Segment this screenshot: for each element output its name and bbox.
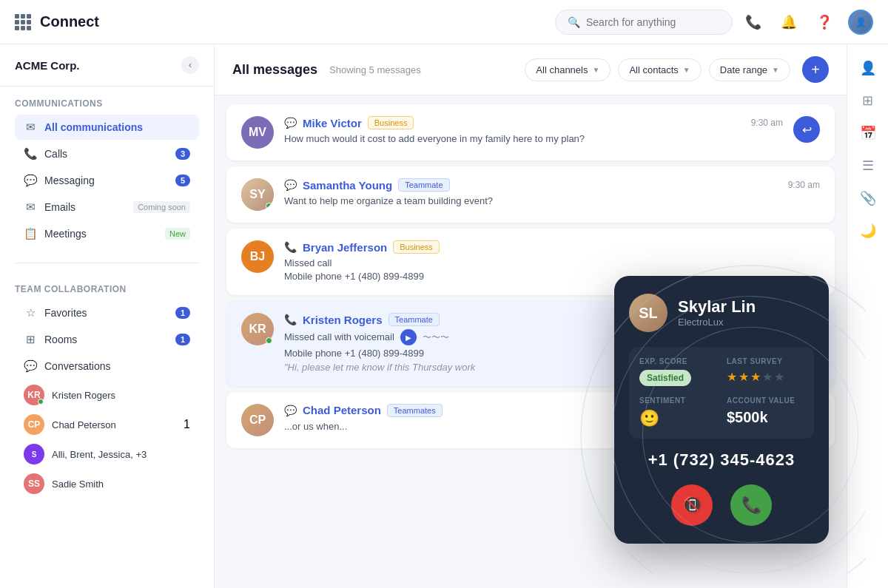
calls-icon: 📞 — [24, 147, 37, 160]
sender-name: Kristen Rogers — [303, 314, 383, 326]
favorites-badge: 1 — [175, 307, 190, 319]
contact-group[interactable]: S Alli, Brent, Jessica, +3 — [15, 439, 199, 469]
center-header: All messages Showing 5 messages All chan… — [215, 44, 847, 95]
communications-title: Communications — [15, 98, 199, 109]
sentiment-stat: SENTIMENT 🙂 — [639, 396, 716, 428]
contact-avatar: SS — [24, 473, 44, 494]
calendar-icon[interactable]: 📅 — [853, 118, 883, 148]
calls-badge: 3 — [175, 148, 190, 160]
reply-button[interactable]: ↩ — [793, 116, 820, 143]
sidebar-item-conversations[interactable]: 💬 Conversations — [15, 354, 199, 379]
contact-sadie-smith[interactable]: SS Sadie Smith — [15, 469, 199, 499]
center-title: All messages — [232, 62, 317, 78]
message-text: How much would it cost to add everyone i… — [284, 132, 783, 146]
message-item-samantha-young[interactable]: SY 💬 Samantha Young Teammate 9:30 am Wan… — [226, 166, 835, 223]
sidebar-item-calls[interactable]: 📞 Calls 3 — [15, 141, 199, 166]
sender-name: Chad Peterson — [303, 404, 381, 416]
chevron-down-icon: ▼ — [592, 66, 599, 74]
messaging-icon: 💬 — [24, 174, 37, 187]
sidebar-item-favorites[interactable]: ☆ Favorites 1 — [15, 300, 199, 325]
message-text: Missed call with voicemail — [284, 331, 394, 344]
sidebar-item-label: Messaging — [44, 175, 168, 186]
call-icon: 📞 — [284, 314, 297, 325]
call-icon: 📞 — [284, 241, 297, 253]
contact-kristen-rogers[interactable]: KR Kristen Rogers — [15, 380, 199, 410]
voicemail-play-button[interactable]: ▶ — [400, 329, 417, 345]
all-channels-filter[interactable]: All channels ▼ — [525, 58, 610, 81]
account-value-stat: ACCOUNT VALUE $500k — [727, 396, 804, 428]
date-range-filter[interactable]: Date range ▼ — [709, 58, 790, 81]
sidebar-item-meetings[interactable]: 📋 Meetings New — [15, 221, 199, 246]
account-value: $500k — [727, 409, 768, 425]
contact-tag: Business — [368, 116, 414, 129]
paperclip-icon[interactable]: 📎 — [853, 183, 883, 213]
message-text: Missed call — [284, 257, 820, 270]
message-channel-icon: 💬 — [284, 405, 297, 416]
add-message-button[interactable]: + — [802, 56, 829, 83]
star-3: ★ — [750, 370, 761, 384]
emails-coming-soon-badge: Coming soon — [133, 201, 190, 213]
checklist-icon[interactable]: ☰ — [853, 151, 883, 180]
contact-tag: Teammates — [387, 404, 443, 417]
rooms-icon: ⊞ — [24, 333, 37, 346]
chevron-down-icon: ▼ — [772, 66, 779, 74]
exp-score-label: EXP. SCORE — [639, 357, 716, 365]
contact-chad-peterson[interactable]: CP Chad Peterson 1 — [15, 410, 199, 439]
message-channel-icon: 💬 — [284, 117, 297, 129]
filter-group: All channels ▼ All contacts ▼ Date range… — [525, 58, 790, 81]
sidebar-item-label: Emails — [44, 201, 126, 213]
bell-icon[interactable]: 🔔 — [777, 10, 801, 34]
all-contacts-filter[interactable]: All contacts ▼ — [618, 58, 701, 81]
sidebar-item-messaging[interactable]: 💬 Messaging 5 — [15, 168, 199, 193]
phone-icon[interactable]: 📞 — [741, 10, 765, 34]
voicemail-wave-icon: 〜〜〜 — [423, 331, 449, 344]
team-section: Team collaboration ☆ Favorites 1 ⊞ Rooms… — [0, 272, 214, 504]
top-nav: Connect 🔍 📞 🔔 ❓ 👤 — [0, 0, 888, 44]
nav-icons: 📞 🔔 ❓ 👤 — [741, 10, 873, 35]
user-avatar[interactable]: 👤 — [848, 10, 873, 35]
message-avatar: SY — [241, 178, 274, 211]
message-text: Want to help me organize a team building… — [284, 195, 820, 208]
caller-company: ElectroLux — [678, 317, 756, 328]
search-box[interactable]: 🔍 — [555, 10, 733, 35]
grid-menu-icon[interactable] — [15, 14, 31, 30]
collapse-sidebar-button[interactable]: ‹ — [181, 56, 199, 74]
app-title: Connect — [40, 13, 546, 30]
search-icon: 🔍 — [568, 16, 580, 28]
search-input[interactable] — [586, 16, 704, 28]
message-header: 📞 Bryan Jefferson Business — [284, 240, 820, 254]
emails-icon: ✉ — [24, 200, 37, 214]
person-icon[interactable]: 👤 — [853, 53, 883, 83]
caller-name: Skylar Lin — [678, 298, 756, 316]
chevron-down-icon: ▼ — [683, 66, 690, 74]
sidebar-item-emails[interactable]: ✉ Emails Coming soon — [15, 195, 199, 220]
sidebar-item-rooms[interactable]: ⊞ Rooms 1 — [15, 327, 199, 352]
message-body: 💬 Mike Victor Business 9:30 am How much … — [284, 116, 783, 146]
communications-section: Communications ✉ All communications 📞 Ca… — [0, 87, 214, 254]
sidebar-header: ACME Corp. ‹ — [0, 44, 214, 87]
moon-icon[interactable]: 🌙 — [853, 216, 883, 246]
last-survey-label: LAST SURVEY — [727, 357, 804, 365]
sidebar-item-label: Meetings — [44, 228, 158, 240]
message-avatar: MV — [241, 116, 274, 149]
conversations-icon: 💬 — [24, 359, 37, 373]
sidebar-item-label: Favorites — [44, 307, 168, 319]
sidebar: ACME Corp. ‹ Communications ✉ All commun… — [0, 44, 215, 588]
org-name: ACME Corp. — [15, 59, 80, 72]
last-survey-stat: LAST SURVEY ★ ★ ★ ★ ★ — [727, 357, 804, 386]
caller-avatar: SL — [629, 294, 667, 332]
caller-stats: EXP. SCORE Satisfied LAST SURVEY ★ ★ ★ ★… — [629, 347, 814, 439]
help-icon[interactable]: ❓ — [813, 10, 836, 34]
decline-call-button[interactable]: 📵 — [671, 484, 713, 526]
meetings-icon: 📋 — [24, 227, 37, 240]
grid-view-icon[interactable]: ⊞ — [853, 86, 883, 115]
accept-call-button[interactable]: 📞 — [730, 484, 772, 526]
account-value-label: ACCOUNT VALUE — [727, 396, 804, 405]
sender-name: Samantha Young — [303, 179, 392, 192]
sidebar-item-label: All communications — [44, 121, 190, 133]
message-item-mike-victor[interactable]: MV 💬 Mike Victor Business 9:30 am How mu… — [226, 104, 835, 160]
sidebar-item-all-communications[interactable]: ✉ All communications — [15, 115, 199, 140]
exp-score-stat: EXP. SCORE Satisfied — [639, 357, 716, 386]
caller-phone-number: +1 (732) 345-4623 — [629, 450, 814, 470]
all-contacts-label: All contacts — [629, 64, 678, 75]
